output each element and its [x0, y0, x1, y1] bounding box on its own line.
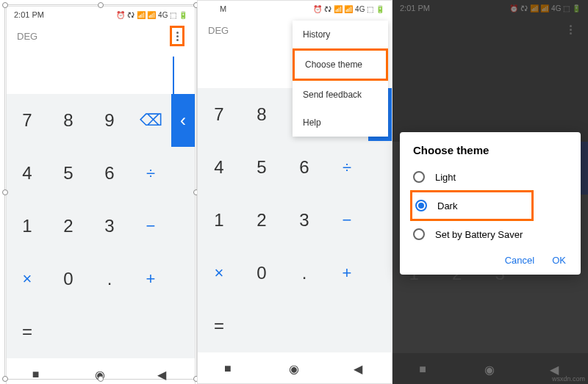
radio-icon	[413, 171, 425, 183]
option-label: Set by Battery Saver	[435, 229, 523, 240]
status-time: 2:01 PM	[14, 10, 44, 19]
key-4[interactable]: 4	[7, 147, 48, 200]
key-add[interactable]: +	[326, 247, 368, 300]
dialog-title: Choose theme	[400, 144, 581, 164]
radio-icon	[413, 228, 425, 240]
menu-history[interactable]: History	[293, 21, 388, 48]
deg-label: DEG	[208, 25, 229, 36]
input-cursor	[173, 57, 174, 102]
advanced-panel-toggle[interactable]: ‹	[171, 94, 195, 147]
nav-home-icon[interactable]: ◉	[289, 362, 301, 374]
key-1[interactable]: 1	[198, 194, 240, 247]
nav-back-icon[interactable]: ◀	[157, 368, 169, 380]
nav-recent-icon[interactable]: ■	[224, 362, 236, 374]
nav-bar: ■ ◉ ◀	[198, 352, 392, 383]
overflow-menu-button[interactable]	[170, 26, 184, 46]
key-multiply[interactable]: ×	[7, 253, 48, 305]
nav-back-icon[interactable]: ◀	[354, 362, 365, 374]
key-add[interactable]: +	[130, 253, 171, 305]
key-8[interactable]: 8	[48, 94, 89, 147]
radio-icon	[415, 200, 427, 211]
key-6[interactable]: 6	[283, 141, 326, 194]
ok-button[interactable]: OK	[552, 255, 566, 266]
cancel-button[interactable]: Cancel	[505, 255, 534, 266]
key-divide[interactable]: ÷	[326, 141, 368, 194]
theme-option-dark[interactable]: Dark	[410, 190, 534, 221]
key-dot[interactable]: .	[283, 247, 326, 300]
overflow-menu: History Choose theme Send feedback Help	[293, 21, 388, 137]
menu-choose-theme[interactable]: Choose theme	[293, 48, 388, 81]
key-2[interactable]: 2	[48, 200, 89, 253]
keypad: 7 8 9 ⌫ ‹ 4 5 6 ÷ 1 2 3 × 0 . = − +	[7, 94, 195, 358]
status-bar: 2:01 PM ⏰ 🗘 📶 📶 4G ⬚ 🔋	[7, 7, 195, 23]
deg-label: DEG	[17, 31, 37, 42]
key-7[interactable]: 7	[198, 88, 240, 141]
key-3[interactable]: 3	[283, 194, 326, 247]
calc-display[interactable]	[7, 49, 195, 94]
choose-theme-dialog: Choose theme Light Dark Set by Battery S…	[400, 132, 581, 275]
key-8[interactable]: 8	[240, 88, 283, 141]
key-1[interactable]: 1	[7, 200, 48, 253]
status-time-partial: M	[220, 4, 226, 13]
key-2[interactable]: 2	[240, 194, 283, 247]
key-0[interactable]: 0	[48, 253, 89, 305]
theme-option-battery[interactable]: Set by Battery Saver	[400, 221, 581, 247]
option-label: Dark	[437, 200, 457, 211]
key-subtract[interactable]: −	[326, 194, 368, 247]
status-icons: ⏰ 🗘 📶 📶 4G ⬚ 🔋	[313, 5, 384, 13]
key-6[interactable]: 6	[89, 147, 130, 200]
status-icons: ⏰ 🗘 📶 📶 4G ⬚ 🔋	[116, 11, 187, 19]
key-7[interactable]: 7	[7, 94, 48, 147]
key-subtract[interactable]: −	[130, 200, 171, 253]
nav-recent-icon[interactable]: ■	[32, 368, 44, 380]
mode-row: DEG	[7, 23, 195, 49]
status-bar: M ⏰ 🗘 📶 📶 4G ⬚ 🔋	[198, 1, 392, 17]
key-divide[interactable]: ÷	[130, 147, 171, 200]
key-equals[interactable]: =	[7, 305, 48, 358]
theme-option-light[interactable]: Light	[400, 164, 581, 190]
key-equals[interactable]: =	[198, 300, 240, 352]
key-3[interactable]: 3	[89, 200, 130, 253]
key-4[interactable]: 4	[198, 141, 240, 194]
key-5[interactable]: 5	[240, 141, 283, 194]
option-label: Light	[435, 172, 456, 183]
nav-home-icon[interactable]: ◉	[95, 368, 107, 380]
menu-send-feedback[interactable]: Send feedback	[293, 81, 388, 109]
key-multiply[interactable]: ×	[198, 247, 240, 300]
dialog-actions: Cancel OK	[400, 247, 581, 269]
key-9[interactable]: 9	[89, 94, 130, 147]
key-backspace[interactable]: ⌫	[130, 94, 171, 147]
key-5[interactable]: 5	[48, 147, 89, 200]
nav-bar: ■ ◉ ◀	[7, 358, 195, 384]
key-0[interactable]: 0	[240, 247, 283, 300]
key-dot[interactable]: .	[89, 253, 130, 305]
menu-help[interactable]: Help	[293, 109, 388, 137]
